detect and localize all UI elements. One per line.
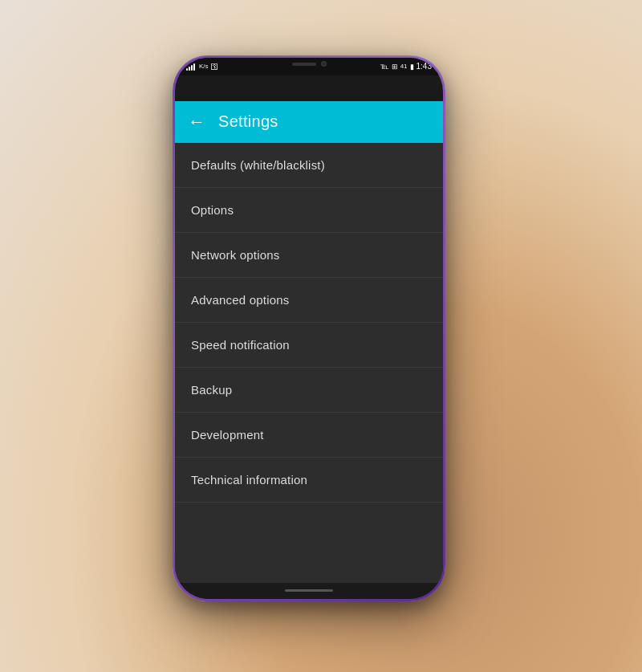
menu-item-backup-label: Backup — [191, 383, 232, 397]
menu-item-options[interactable]: Options — [175, 188, 443, 233]
status-left: K/s ⚿ — [186, 63, 218, 71]
settings-menu-list: Defaults (white/blacklist) Options Netwo… — [175, 143, 443, 583]
menu-item-development[interactable]: Development — [175, 413, 443, 458]
signal-icon — [186, 63, 195, 71]
menu-item-options-label: Options — [191, 203, 234, 217]
home-indicator — [175, 583, 443, 599]
phone-screen: K/s ⚿ ℡ ⊞ 41 ▮ 1:43 ← — [175, 58, 443, 599]
app-header: ← Settings — [175, 101, 443, 143]
menu-item-network-options[interactable]: Network options — [175, 233, 443, 278]
menu-item-advanced-options[interactable]: Advanced options — [175, 278, 443, 323]
network-icon: ⊞ — [392, 63, 398, 71]
menu-item-development-label: Development — [191, 428, 264, 442]
menu-item-defaults[interactable]: Defaults (white/blacklist) — [175, 143, 443, 188]
phone-notch — [277, 58, 341, 71]
menu-item-speed-notification[interactable]: Speed notification — [175, 323, 443, 368]
menu-item-advanced-options-label: Advanced options — [191, 293, 289, 307]
battery-level: 41 — [400, 63, 408, 70]
key-icon: ⚿ — [211, 63, 218, 71]
home-bar — [285, 589, 333, 592]
speed-indicator: K/s — [199, 63, 209, 70]
back-button[interactable]: ← — [188, 112, 205, 132]
battery-icon: ▮ — [410, 63, 414, 71]
page-title: Settings — [218, 112, 278, 131]
menu-item-backup[interactable]: Backup — [175, 368, 443, 413]
time-display: 1:43 — [416, 62, 432, 71]
bluetooth-icon: ℡ — [380, 62, 389, 71]
menu-item-technical-information-label: Technical information — [191, 473, 307, 487]
status-right: ℡ ⊞ 41 ▮ 1:43 — [380, 62, 432, 71]
phone-device: K/s ⚿ ℡ ⊞ 41 ▮ 1:43 ← — [173, 55, 445, 601]
menu-item-network-options-label: Network options — [191, 248, 280, 262]
phone-outer-shell: K/s ⚿ ℡ ⊞ 41 ▮ 1:43 ← — [173, 55, 445, 601]
menu-item-defaults-label: Defaults (white/blacklist) — [191, 158, 325, 172]
menu-item-speed-notification-label: Speed notification — [191, 338, 290, 352]
front-camera — [321, 61, 327, 67]
app-container: ← Settings Defaults (white/blacklist) Op… — [175, 101, 443, 599]
menu-item-technical-information[interactable]: Technical information — [175, 458, 443, 503]
speaker-grille — [292, 63, 316, 66]
